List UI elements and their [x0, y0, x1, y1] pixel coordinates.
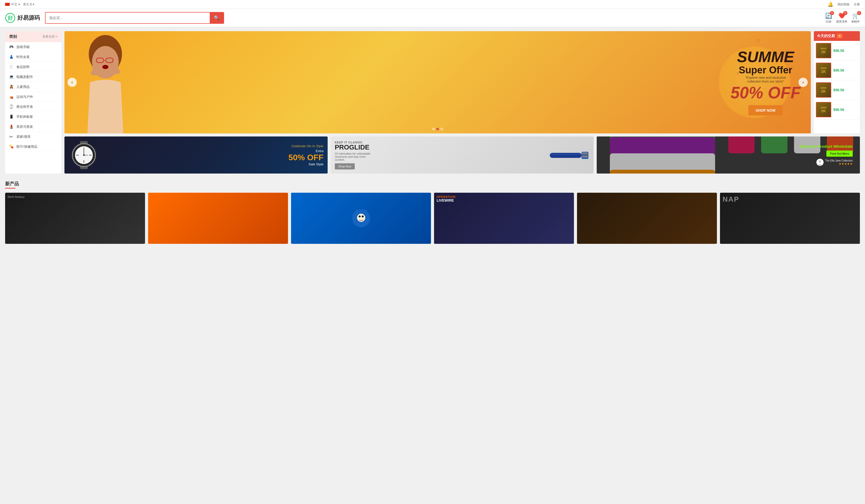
svg-rect-23: [550, 153, 581, 158]
product-label-5: [577, 193, 717, 198]
compare-label: 比较: [826, 20, 831, 24]
sonic-svg: [348, 208, 374, 228]
sidebar-item-label: 美容与美发: [16, 125, 33, 129]
watch-discount: 50% OFF: [288, 153, 324, 162]
sidebar-item-home[interactable]: 🛏 居家/寝具: [5, 132, 61, 142]
home-icon: 🛏: [9, 134, 14, 139]
deals-panel: 今天的交易 热 WWE 2K $96.56 WWE: [814, 31, 860, 133]
banner-area: SUMME Super Offer "Explore new and exclu…: [65, 31, 860, 133]
sidebar-item-watches[interactable]: ⌚ 商业和手表: [5, 102, 61, 112]
sidebar-item-fashion[interactable]: 👗 时尚女装: [5, 52, 61, 62]
wishlist-action[interactable]: ❤️ 0 愿景清单: [836, 13, 847, 24]
promo-wholesale-banner[interactable]: Shop Our Product WholeSale Find Out More…: [597, 137, 860, 174]
deal-thumb-3: WWE 2K: [816, 82, 831, 98]
sidebar-item-beauty[interactable]: 💄 美容与美发: [5, 122, 61, 132]
logo[interactable]: 好 好易源码: [5, 13, 40, 23]
promo-watch-banner[interactable]: Celebrate His In Style Extra 50% OFF Sal…: [65, 137, 328, 174]
find-out-button[interactable]: Find Out More: [826, 151, 853, 157]
logo-icon: 好: [5, 13, 15, 23]
watch-tag: Celebrate His In Style: [288, 144, 324, 148]
currency-selector[interactable]: 美元 $ ▾: [23, 2, 34, 7]
svg-rect-28: [583, 156, 588, 157]
deal-item-1[interactable]: WWE 2K $96.56: [814, 41, 860, 61]
section-underline: [5, 188, 15, 189]
sidebar-more[interactable]: 查看全部 >: [43, 35, 57, 39]
promo-banners: Celebrate His In Style Extra 50% OFF Sal…: [65, 137, 860, 174]
deal-thumb-1: WWE 2K: [816, 43, 831, 58]
sidebar: 类别 查看全部 > 🎮 游戏书籍 👗 时尚女装 🍴 食品饮料 💻 电脑及配件 🧸…: [5, 31, 61, 174]
razor-shop-button[interactable]: Shop Now: [335, 163, 355, 169]
shop-now-button[interactable]: SHOP NOW: [748, 105, 783, 116]
deal-item-3[interactable]: WWE 2K $96.56: [814, 80, 860, 100]
deals-title: 今天的交易: [817, 34, 835, 38]
ella-jane-section: The Ella Jane Collection ★★★★★: [604, 159, 853, 166]
games-icon: 🎮: [9, 45, 14, 49]
product-label-2: DRAGON: [148, 193, 288, 203]
sidebar-item-phones[interactable]: 📱 手机和标签: [5, 112, 61, 122]
top-bar: 中文 ▾ 美元 $ ▾ 🔔 我的面板 注册: [0, 0, 865, 9]
deals-hot-badge: 热: [837, 34, 842, 38]
top-bar-left: 中文 ▾ 美元 $ ▾: [5, 2, 34, 7]
svg-point-22: [83, 154, 85, 156]
product-card-1[interactable]: Dark fantasy: [5, 193, 145, 244]
compare-icon: 🔄 0: [825, 13, 832, 19]
product-card-2[interactable]: DRAGON: [148, 193, 288, 244]
deal-price-2: $96.56: [833, 68, 844, 72]
sidebar-item-label: 时尚女装: [16, 55, 30, 59]
sidebar-header: 类别 查看全部 >: [5, 31, 61, 42]
carousel-dot-1[interactable]: [432, 128, 435, 130]
dashboard-link[interactable]: 我的面板: [838, 2, 850, 7]
svg-rect-26: [583, 152, 588, 154]
product-label-1: Dark fantasy: [5, 193, 145, 201]
search-input[interactable]: [46, 13, 210, 23]
svg-point-47: [359, 215, 361, 218]
main-content: 类别 查看全部 > 🎮 游戏书籍 👗 时尚女装 🍴 食品饮料 💻 电脑及配件 🧸…: [0, 27, 865, 178]
deal-item-2[interactable]: WWE 2K $96.56: [814, 61, 860, 80]
cart-action[interactable]: 🛒 0 购物车: [852, 13, 860, 24]
product-label-4: OPERATION: LIVEWIRE: [434, 193, 574, 205]
wholesale-text: Shop Our Product WholeSale Find Out More…: [601, 141, 856, 169]
deal-price-1: $96.56: [833, 49, 844, 52]
compare-badge: 0: [830, 11, 834, 15]
razor-desc: 2X lubrication for unbeatable closeness …: [335, 152, 373, 161]
svg-point-10: [102, 65, 108, 69]
wishlist-label: 愿景清单: [836, 20, 847, 24]
cart-icon: 🛒 0: [852, 13, 859, 19]
bell-icon[interactable]: 🔔: [828, 1, 833, 7]
register-link[interactable]: 注册: [854, 2, 860, 7]
medical-icon: 💊: [9, 144, 14, 149]
sidebar-item-kids[interactable]: 🧸 儿童用品: [5, 82, 61, 92]
product-card-4[interactable]: OPERATION: LIVEWIRE: [434, 193, 574, 244]
compare-action[interactable]: 🔄 0 比较: [825, 13, 832, 24]
wishlist-badge: 0: [843, 11, 847, 15]
svg-rect-27: [583, 154, 588, 155]
product-card-3[interactable]: [291, 193, 431, 244]
ella-logo-svg: [816, 159, 823, 166]
sidebar-item-sports[interactable]: ⛺ 运动与户外: [5, 92, 61, 102]
sidebar-item-games[interactable]: 🎮 游戏书籍: [5, 42, 61, 52]
new-products-title: 新产品: [5, 181, 860, 187]
sidebar-item-medical[interactable]: 💊 医疗/保健用品: [5, 142, 61, 152]
new-products-section: 新产品 Dark fantasy DRAGON: [0, 178, 865, 247]
sidebar-item-label: 食品饮料: [16, 65, 30, 69]
deal-item-4[interactable]: WWE 2K $96.56: [814, 100, 860, 120]
wishlist-icon: ❤️ 0: [839, 13, 845, 19]
razor-text: KEEP IT CLASSIC PROGLIDE 2X lubrication …: [335, 141, 373, 169]
sidebar-item-label: 商业和手表: [16, 105, 33, 109]
carousel-dot-3[interactable]: [440, 128, 443, 130]
promo-razor-banner[interactable]: KEEP IT CLASSIC PROGLIDE 2X lubrication …: [331, 137, 594, 174]
search-button[interactable]: 🔍: [210, 13, 223, 23]
beauty-icon: 💄: [9, 125, 14, 129]
carousel-dot-2[interactable]: [436, 128, 439, 130]
sidebar-item-food[interactable]: 🍴 食品饮料: [5, 62, 61, 72]
model-image: [65, 31, 146, 133]
ella-name: The Ella Jane Collection: [825, 159, 853, 162]
sidebar-item-computers[interactable]: 💻 电脑及配件: [5, 72, 61, 82]
product-card-6[interactable]: NAP: [720, 193, 860, 244]
razor-image: [549, 148, 590, 163]
products-grid: Dark fantasy DRAGON OPERATION:: [5, 193, 860, 244]
fashion-icon: 👗: [9, 55, 14, 59]
svg-point-40: [819, 160, 821, 163]
language-selector[interactable]: 中文 ▾: [5, 2, 20, 7]
product-card-5[interactable]: [577, 193, 717, 244]
